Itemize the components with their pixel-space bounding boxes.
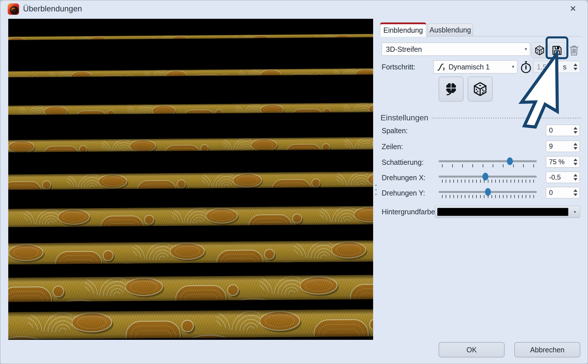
app-logo-icon xyxy=(8,3,19,15)
preset-select[interactable]: 3D-Streifen ▾ xyxy=(382,43,530,56)
spin-up-icon[interactable] xyxy=(573,159,577,161)
divider xyxy=(568,207,568,217)
spin-up-icon[interactable] xyxy=(573,174,577,176)
spin-up-icon[interactable] xyxy=(573,189,577,192)
background-color-picker[interactable]: ▾ xyxy=(435,206,580,218)
slider-ticks xyxy=(439,195,537,198)
slider-track[interactable] xyxy=(439,160,537,162)
preview-stripe xyxy=(8,137,373,152)
chevron-down-icon: ▾ xyxy=(525,43,527,55)
slider-thumb[interactable] xyxy=(482,173,488,180)
preview-stripe xyxy=(8,309,373,339)
drehungen-y-slider[interactable] xyxy=(439,187,537,198)
stopwatch-icon xyxy=(520,61,532,74)
spin-down-icon[interactable] xyxy=(573,68,577,70)
spin-up-icon[interactable] xyxy=(573,143,577,145)
spin-down-icon[interactable] xyxy=(573,131,577,134)
window-title: Überblendungen xyxy=(23,4,82,13)
preview-stripe xyxy=(8,275,373,302)
clover-icon xyxy=(444,82,459,96)
slider-thumb[interactable] xyxy=(507,157,513,165)
lucky-button[interactable] xyxy=(439,77,464,102)
slider-ticks xyxy=(439,180,537,183)
drehungen-y-spinbox[interactable]: 0 xyxy=(546,187,580,198)
progress-label: Fortschritt: xyxy=(382,63,415,71)
spin-up-icon[interactable] xyxy=(573,127,577,129)
drehungen-y-label: Drehungen Y: xyxy=(382,189,425,197)
tab-ausblendung[interactable]: Ausblendung xyxy=(427,24,473,36)
spalten-spinbox[interactable]: 0 xyxy=(546,125,580,136)
schattierung-label: Schattierung: xyxy=(382,158,423,166)
chevron-down-icon: ▾ xyxy=(512,61,514,73)
preview-stripe xyxy=(8,240,373,264)
color-swatch xyxy=(437,208,569,216)
delete-preset-button[interactable] xyxy=(567,42,581,58)
duration-input[interactable]: 1,5 xyxy=(533,61,556,73)
duration-unit: s xyxy=(563,61,567,73)
schattierung-spinbox[interactable]: 75 % xyxy=(546,156,580,168)
cancel-button[interactable]: Abbrechen xyxy=(514,342,580,357)
schattierung-slider[interactable] xyxy=(439,156,537,168)
hintergrundfarbe-label: Hintergrundfarbe: xyxy=(382,208,437,216)
preview-stripe xyxy=(8,172,373,190)
spin-down-icon[interactable] xyxy=(573,163,577,165)
preview-stripe xyxy=(8,206,373,227)
preset-value: 3D-Streifen xyxy=(386,43,422,55)
zeilen-spinbox[interactable]: 9 xyxy=(546,141,580,152)
preview-stripe xyxy=(8,34,373,40)
trash-icon xyxy=(569,45,579,56)
curve-icon xyxy=(437,63,445,71)
drehungen-x-value: -0,5 xyxy=(549,172,561,183)
titlebar: Überblendungen ✕ xyxy=(0,0,588,18)
schattierung-value: 75 % xyxy=(549,157,565,167)
progress-curve-value: Dynamisch 1 xyxy=(449,61,490,73)
dice-icon xyxy=(534,45,545,56)
spin-up-icon[interactable] xyxy=(573,63,577,66)
slider-ticks xyxy=(439,164,537,168)
drehungen-x-slider[interactable] xyxy=(439,172,537,183)
drehungen-x-label: Drehungen X: xyxy=(382,174,425,182)
progress-curve-select[interactable]: Dynamisch 1 ▾ xyxy=(433,60,517,73)
save-button-highlight-box xyxy=(546,36,568,59)
zeilen-label: Zeilen: xyxy=(382,143,403,151)
close-icon[interactable]: ✕ xyxy=(570,4,576,13)
transition-preview xyxy=(8,19,373,340)
spin-down-icon[interactable] xyxy=(573,147,577,150)
tab-einblendung[interactable]: Einblendung xyxy=(380,22,426,37)
ok-button[interactable]: OK xyxy=(439,342,505,357)
random-button[interactable] xyxy=(468,77,493,102)
drehungen-x-spinbox[interactable]: -0,5 xyxy=(546,172,580,183)
spin-down-icon[interactable] xyxy=(573,178,577,181)
settings-header: Einstellungen xyxy=(381,113,428,122)
drehungen-y-value: 0 xyxy=(549,187,553,198)
spalten-value: 0 xyxy=(549,125,553,136)
dice-icon xyxy=(472,81,488,97)
preview-stripe xyxy=(8,68,373,77)
chevron-down-icon: ▾ xyxy=(574,206,576,218)
zeilen-value: 9 xyxy=(549,141,553,152)
settings-divider xyxy=(432,118,581,119)
ueberblendungen-dialog: Überblendungen ✕ xyxy=(0,0,588,364)
spin-down-icon[interactable] xyxy=(573,194,577,196)
spalten-label: Spalten: xyxy=(382,127,408,135)
splitter-handle[interactable] xyxy=(375,185,377,200)
duration-unit-box[interactable]: s xyxy=(558,61,580,73)
preview-stripe xyxy=(8,103,373,115)
slider-thumb[interactable] xyxy=(485,188,491,196)
